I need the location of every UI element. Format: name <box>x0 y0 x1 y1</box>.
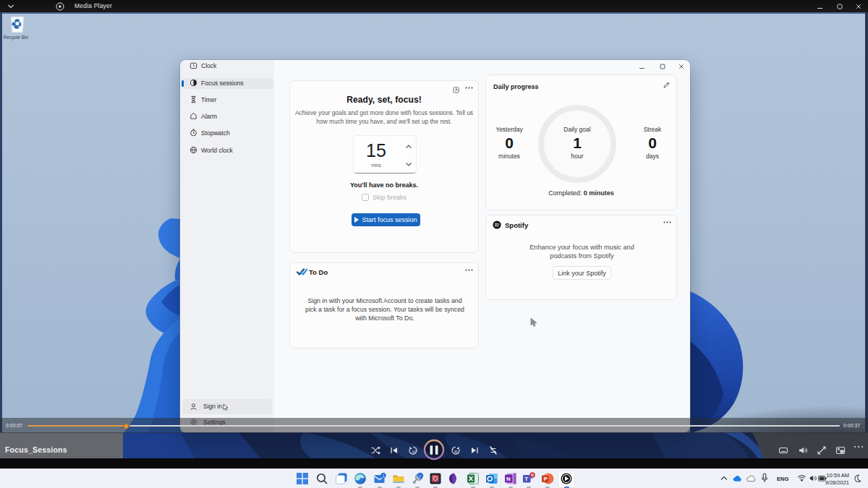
svg-text:1: 1 <box>383 474 385 478</box>
svg-text:30: 30 <box>454 450 459 454</box>
svg-text:P: P <box>543 476 548 482</box>
svg-text:T: T <box>524 476 528 482</box>
svg-text:N: N <box>506 476 511 482</box>
svg-text:10: 10 <box>412 450 417 454</box>
